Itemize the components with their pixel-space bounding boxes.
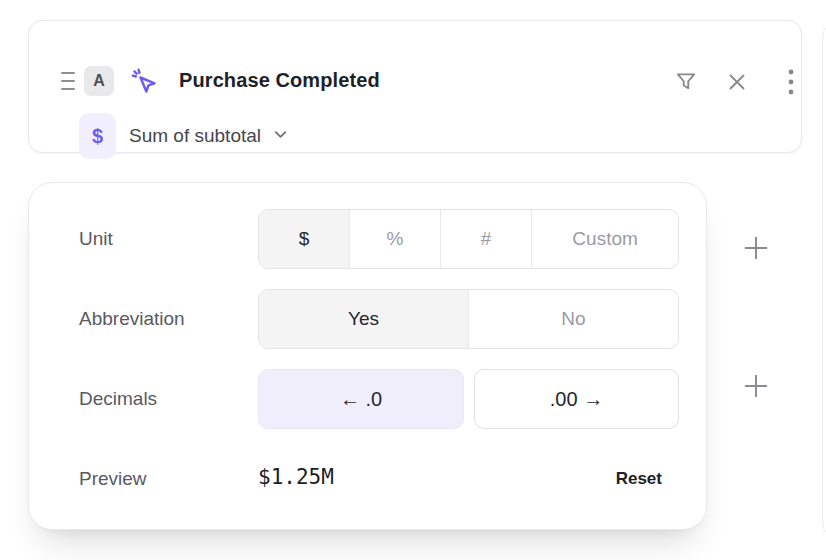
metric-format-popover: A Purchase Completed $ <box>0 0 826 560</box>
currency-badge: $ <box>79 113 116 159</box>
close-icon[interactable] <box>722 67 752 97</box>
unit-option-custom[interactable]: Custom <box>531 210 678 268</box>
cursor-click-icon <box>129 66 159 96</box>
kebab-menu-icon[interactable] <box>776 67 806 97</box>
chevron-down-icon <box>272 126 289 146</box>
metric-label: Sum of subtotal <box>129 125 261 147</box>
unit-option-percent[interactable]: % <box>349 210 440 268</box>
reset-button[interactable]: Reset <box>616 469 662 489</box>
adjacent-card-edge <box>822 22 826 538</box>
unit-segmented-control: $ % # Custom <box>258 209 679 269</box>
event-group-badge: A <box>84 66 114 96</box>
event-title[interactable]: Purchase Completed <box>179 69 380 92</box>
abbreviation-label: Abbreviation <box>79 307 185 331</box>
event-card: A Purchase Completed $ <box>28 20 802 153</box>
unit-option-number[interactable]: # <box>440 210 531 268</box>
preview-value: $1.25M <box>258 465 334 489</box>
add-button-bottom[interactable] <box>741 371 771 401</box>
filter-icon[interactable] <box>671 67 701 97</box>
drag-handle-icon[interactable] <box>61 72 77 90</box>
preview-label: Preview <box>79 467 147 491</box>
abbreviation-option-no[interactable]: No <box>468 290 678 348</box>
abbreviation-segmented-control: Yes No <box>258 289 679 349</box>
unit-label: Unit <box>79 227 113 251</box>
decimals-increase-button[interactable]: .00 → <box>474 369 679 429</box>
metric-selector[interactable]: Sum of subtotal <box>129 125 289 147</box>
unit-option-dollar[interactable]: $ <box>259 210 349 268</box>
format-panel: Unit $ % # Custom Abbreviation Yes No De… <box>28 182 707 530</box>
abbreviation-option-yes[interactable]: Yes <box>259 290 468 348</box>
add-button-top[interactable] <box>741 233 771 263</box>
decimals-decrease-button[interactable]: ← .0 <box>258 369 464 429</box>
decimals-label: Decimals <box>79 387 157 411</box>
